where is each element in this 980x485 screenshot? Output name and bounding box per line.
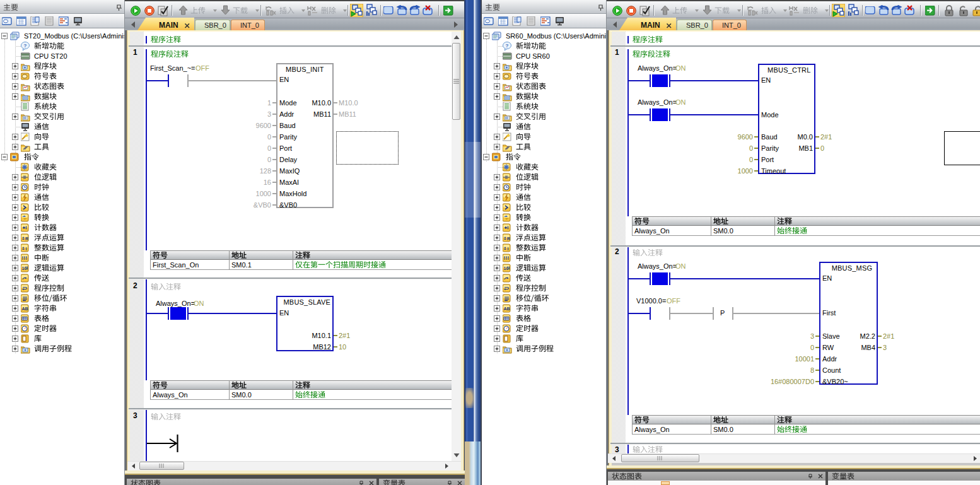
svg-text:?: ? [506, 43, 509, 49]
svg-text:R: R [507, 237, 510, 241]
svg-text:R: R [25, 237, 28, 241]
svg-text:?: ? [24, 43, 27, 49]
svg-text:I: I [26, 247, 27, 251]
svg-text:AB: AB [22, 307, 28, 311]
svg-text:AB: AB [504, 307, 510, 311]
svg-text:I: I [508, 247, 509, 251]
